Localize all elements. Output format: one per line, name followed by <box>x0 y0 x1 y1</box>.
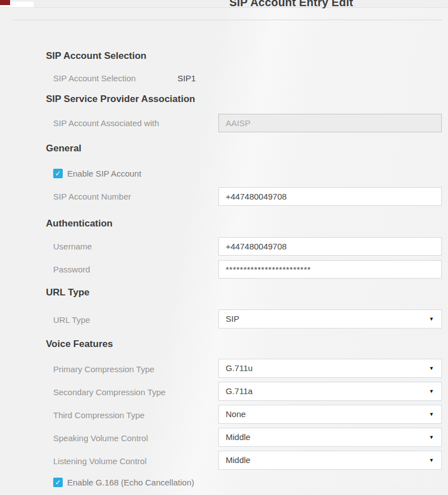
sip-account-entry-edit-page: SIP Account Entry Edit SIP Account Selec… <box>0 0 448 495</box>
section-heading-voice-features: Voice Features <box>46 339 113 350</box>
listening-volume-label: Listening Volume Control <box>53 456 147 466</box>
primary-compression-label: Primary Compression Type <box>53 364 155 374</box>
sip-account-selection-value: SIP1 <box>178 73 196 84</box>
primary-compression-select[interactable]: G.711u ▼ <box>218 359 442 378</box>
url-type-select[interactable]: SIP ▼ <box>218 309 442 329</box>
speaking-volume-label: Speaking Volume Control <box>53 433 148 443</box>
dropdown-arrow-icon: ▼ <box>429 458 434 463</box>
section-heading-sip-account-selection: SIP Account Selection <box>46 50 147 62</box>
third-compression-selected-value: None <box>226 409 246 419</box>
enable-sip-account-checkbox[interactable]: ✓ <box>53 169 63 178</box>
enable-sip-account-row[interactable]: ✓ Enable SIP Account <box>53 169 221 179</box>
sip-account-number-input[interactable] <box>218 187 442 206</box>
sip-account-number-label: SIP Account Number <box>53 191 131 202</box>
username-input[interactable] <box>218 237 442 256</box>
third-compression-select[interactable]: None ▼ <box>218 405 442 424</box>
dropdown-arrow-icon: ▼ <box>429 366 434 371</box>
section-heading-authentication: Authentication <box>46 218 113 229</box>
dropdown-arrow-icon: ▼ <box>429 317 434 322</box>
section-heading-url-type: URL Type <box>46 287 90 298</box>
secondary-compression-select[interactable]: G.711a ▼ <box>218 382 442 401</box>
section-heading-general: General <box>46 143 81 154</box>
speaking-volume-select[interactable]: Middle ▼ <box>218 428 442 447</box>
enable-sip-account-label: Enable SIP Account <box>67 169 141 179</box>
secondary-compression-label: Secondary Compression Type <box>53 387 166 397</box>
dropdown-arrow-icon: ▼ <box>429 435 434 440</box>
password-label: Password <box>53 264 90 275</box>
url-type-selected-value: SIP <box>226 314 239 323</box>
speaking-volume-selected-value: Middle <box>226 432 250 442</box>
title-divider <box>12 20 442 20</box>
checkmark-icon: ✓ <box>53 169 63 178</box>
enable-g168-label: Enable G.168 (Echo Cancellation) <box>67 478 194 488</box>
dropdown-arrow-icon: ▼ <box>429 389 434 394</box>
checkmark-icon: ✓ <box>53 478 63 487</box>
enable-g168-row[interactable]: ✓ Enable G.168 (Echo Cancellation) <box>53 478 277 488</box>
dropdown-arrow-icon: ▼ <box>429 412 434 417</box>
url-type-label: URL Type <box>53 314 90 325</box>
brand-logo-fragment-icon <box>0 0 10 5</box>
sip-account-selection-label: SIP Account Selection <box>53 73 136 84</box>
page-title: SIP Account Entry Edit <box>134 0 448 9</box>
enable-g168-checkbox[interactable]: ✓ <box>53 478 63 487</box>
primary-compression-selected-value: G.711u <box>226 363 253 373</box>
password-input[interactable] <box>218 260 442 279</box>
section-heading-provider-association: SIP Service Provider Association <box>46 94 195 105</box>
sip-account-associated-input <box>218 114 442 132</box>
secondary-compression-selected-value: G.711a <box>226 386 253 396</box>
sip-account-associated-label: SIP Account Associated with <box>53 118 159 128</box>
listening-volume-select[interactable]: Middle ▼ <box>218 451 442 470</box>
username-label: Username <box>53 241 92 252</box>
listening-volume-selected-value: Middle <box>226 455 250 465</box>
third-compression-label: Third Compression Type <box>53 410 144 420</box>
